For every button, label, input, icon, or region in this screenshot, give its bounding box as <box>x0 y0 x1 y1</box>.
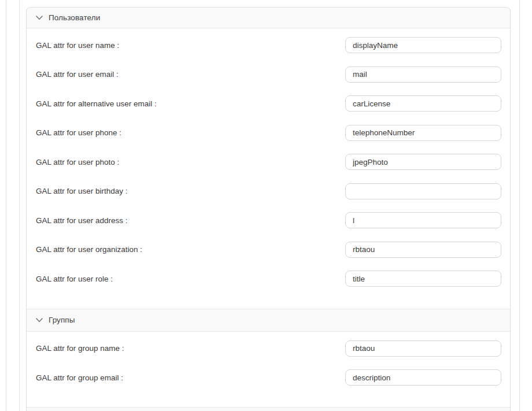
gal-user-organization-input[interactable] <box>345 242 501 258</box>
field-label-group-name: GAL attr for group name : <box>36 344 124 353</box>
section-body-groups: GAL attr for group name : GAL attr for g… <box>27 332 510 407</box>
form-row: GAL attr for group name : <box>27 334 510 364</box>
field-label-user-birthday: GAL attr for user birthday : <box>36 187 128 195</box>
form-row: GAL attr for user address : <box>27 206 510 235</box>
section-body-users: GAL attr for user name : GAL attr for us… <box>27 28 510 309</box>
gal-group-email-input[interactable] <box>345 369 501 386</box>
gal-user-email-input[interactable] <box>345 66 501 83</box>
field-label-user-role: GAL attr for user role : <box>36 275 113 283</box>
gal-alt-user-email-input[interactable] <box>345 95 501 112</box>
section-title-users: Пользователи <box>49 13 100 22</box>
gal-settings-page: Пользователи GAL attr for user name : GA… <box>0 0 532 411</box>
form-row: GAL attr for user organization : <box>27 235 510 265</box>
field-label-user-email: GAL attr for user email : <box>36 70 119 79</box>
gal-user-phone-input[interactable] <box>345 125 501 141</box>
field-label-group-email: GAL attr for group email : <box>36 373 123 382</box>
gal-settings-card: Пользователи GAL attr for user name : GA… <box>26 7 511 411</box>
form-row: GAL attr for user name : <box>27 31 510 60</box>
form-row: GAL attr for user role : <box>27 264 510 294</box>
chevron-down-icon <box>36 14 43 21</box>
form-row: GAL attr for group email : <box>27 363 510 393</box>
vertical-divider-right <box>519 0 520 411</box>
form-row: GAL attr for user phone : <box>27 119 510 148</box>
form-row: GAL attr for user email : <box>27 60 510 90</box>
gal-user-address-input[interactable] <box>345 212 501 228</box>
field-label-user-organization: GAL attr for user organization : <box>36 245 142 254</box>
gal-user-photo-input[interactable] <box>345 154 501 170</box>
gal-user-birthday-input[interactable] <box>345 183 501 199</box>
field-label-user-photo: GAL attr for user photo : <box>36 158 119 166</box>
section-title-groups: Группы <box>49 316 75 324</box>
form-row: GAL attr for user birthday : <box>27 177 510 206</box>
field-label-user-address: GAL attr for user address : <box>36 216 128 225</box>
form-row: GAL attr for alternative user email : <box>27 89 510 119</box>
gal-user-role-input[interactable] <box>345 271 501 287</box>
chevron-down-icon <box>36 317 43 324</box>
section-header-groups[interactable]: Группы <box>27 309 510 332</box>
field-label-alt-user-email: GAL attr for alternative user email : <box>36 99 157 108</box>
form-row: GAL attr for user photo : <box>27 147 510 177</box>
gal-group-name-input[interactable] <box>345 340 501 357</box>
section-header-next[interactable] <box>27 407 510 411</box>
section-header-users[interactable]: Пользователи <box>27 8 510 28</box>
field-label-user-phone: GAL attr for user phone : <box>36 128 121 137</box>
gal-user-name-input[interactable] <box>345 37 501 53</box>
field-label-user-name: GAL attr for user name : <box>36 41 119 50</box>
vertical-divider-left-outer <box>6 0 6 411</box>
vertical-divider-left-inner <box>19 0 20 411</box>
